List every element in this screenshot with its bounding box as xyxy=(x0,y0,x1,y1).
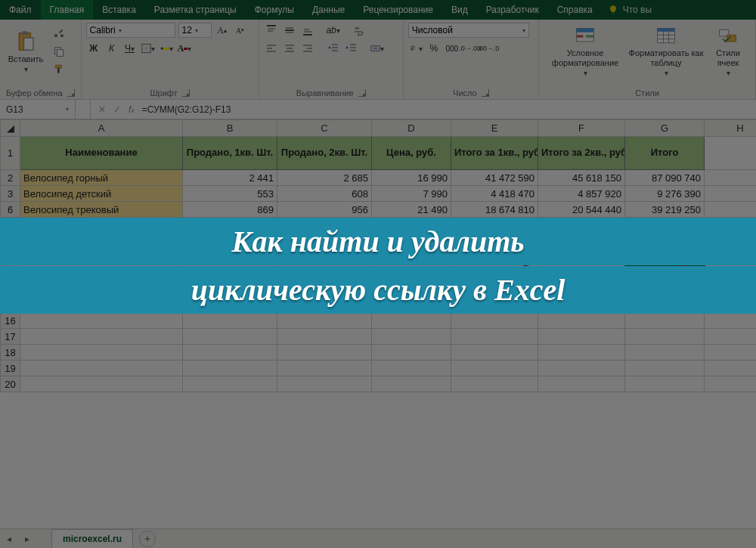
cell[interactable] xyxy=(538,329,625,345)
cell[interactable]: Велосипед детский xyxy=(20,186,183,202)
wrap-text-button[interactable]: ab xyxy=(352,23,367,38)
font-size-select[interactable]: 12▾ xyxy=(178,23,212,38)
align-launcher[interactable] xyxy=(358,89,366,97)
cell[interactable] xyxy=(20,329,183,345)
comma-button[interactable]: 000 xyxy=(445,41,460,56)
cell[interactable]: 20 544 440 xyxy=(538,202,625,218)
colhdr-D[interactable]: D xyxy=(372,120,451,137)
cell[interactable] xyxy=(372,361,451,376)
menu-pagelayout[interactable]: Разметка страницы xyxy=(145,0,246,20)
menu-home[interactable]: Главная xyxy=(41,0,94,20)
cell[interactable] xyxy=(372,329,451,345)
colhdr-E[interactable]: E xyxy=(451,120,538,137)
menu-data[interactable]: Данные xyxy=(303,0,354,20)
rowhdr[interactable]: 1 xyxy=(1,137,20,170)
cell[interactable] xyxy=(705,186,757,202)
cell[interactable]: 39 219 250 xyxy=(625,202,705,218)
cell[interactable]: 4 857 920 xyxy=(538,186,625,202)
header-cell[interactable]: Итого xyxy=(625,137,705,170)
cell[interactable] xyxy=(183,345,277,361)
cell[interactable] xyxy=(277,376,372,392)
underline-button[interactable]: Ч ▾ xyxy=(122,41,138,56)
cell[interactable] xyxy=(625,345,705,361)
cell[interactable] xyxy=(277,313,372,329)
align-bot-button[interactable] xyxy=(300,23,315,38)
cell[interactable] xyxy=(20,313,183,329)
cell[interactable] xyxy=(705,170,757,186)
cell[interactable] xyxy=(705,376,757,392)
cell[interactable] xyxy=(538,376,625,392)
cell[interactable] xyxy=(277,361,372,376)
cell[interactable]: 2 685 xyxy=(277,170,372,186)
cell[interactable] xyxy=(705,313,757,329)
menu-dev[interactable]: Разработчик xyxy=(477,0,548,20)
formula-input[interactable]: =СУММ(G2:G12)-F13 xyxy=(142,104,231,115)
font-name-select[interactable]: Calibri▾ xyxy=(86,23,175,38)
percent-button[interactable]: % xyxy=(426,41,442,56)
dedent-button[interactable] xyxy=(326,41,341,56)
cell[interactable] xyxy=(538,361,625,376)
menu-review[interactable]: Рецензирование xyxy=(354,0,442,20)
tab-nav-next[interactable]: ▸ xyxy=(18,534,36,544)
cell[interactable]: 608 xyxy=(277,186,372,202)
menu-formulas[interactable]: Формулы xyxy=(246,0,303,20)
accept-formula-icon[interactable]: ✓ xyxy=(113,104,121,115)
font-launcher[interactable] xyxy=(182,89,190,97)
cell[interactable] xyxy=(538,313,625,329)
sheet-tab[interactable]: microexcel.ru xyxy=(51,529,133,548)
tab-nav-prev[interactable]: ◂ xyxy=(0,534,18,544)
cell[interactable] xyxy=(372,313,451,329)
accounting-button[interactable]: ₽▾ xyxy=(408,41,423,56)
cell[interactable] xyxy=(451,329,538,345)
cell[interactable] xyxy=(20,361,183,376)
cell[interactable] xyxy=(625,376,705,392)
cell[interactable] xyxy=(705,137,757,170)
cell[interactable] xyxy=(538,345,625,361)
cell[interactable] xyxy=(372,376,451,392)
cell[interactable]: 41 472 590 xyxy=(451,170,538,186)
cell[interactable]: Велосипед трековый xyxy=(20,202,183,218)
rowhdr[interactable]: 20 xyxy=(1,376,20,392)
name-box[interactable]: G13▾ xyxy=(0,100,76,119)
cell[interactable] xyxy=(183,361,277,376)
header-cell[interactable]: Наименование xyxy=(20,137,183,170)
rowhdr[interactable]: 19 xyxy=(1,361,20,376)
rowhdr[interactable]: 3 xyxy=(1,186,20,202)
cell[interactable] xyxy=(451,376,538,392)
cell-styles-button[interactable]: Стили ячеек▾ xyxy=(705,23,751,80)
cell[interactable] xyxy=(20,345,183,361)
orientation-button[interactable]: ab▾ xyxy=(326,23,341,38)
cell[interactable]: 87 090 740 xyxy=(625,170,705,186)
cell[interactable]: 553 xyxy=(183,186,277,202)
incr-font-button[interactable]: A▴ xyxy=(215,23,230,38)
cell[interactable]: 18 674 810 xyxy=(451,202,538,218)
rowhdr[interactable]: 6 xyxy=(1,202,20,218)
fill-button[interactable]: ▾ xyxy=(159,41,174,56)
rowhdr[interactable]: 17 xyxy=(1,329,20,345)
cut-button[interactable] xyxy=(51,26,67,41)
align-center-button[interactable] xyxy=(282,41,297,56)
menu-help[interactable]: Справка xyxy=(548,0,602,20)
cell[interactable] xyxy=(277,345,372,361)
rowhdr[interactable]: 18 xyxy=(1,345,20,361)
border-button[interactable]: ▾ xyxy=(141,41,156,56)
cell[interactable] xyxy=(705,361,757,376)
add-sheet-button[interactable]: ＋ xyxy=(139,531,156,547)
cell[interactable]: 16 990 xyxy=(372,170,451,186)
fx-icon[interactable]: fx xyxy=(129,104,135,115)
cell[interactable] xyxy=(451,361,538,376)
header-cell[interactable]: Итого за 1кв., руб. xyxy=(451,137,538,170)
cell[interactable]: Велосипед горный xyxy=(20,170,183,186)
indent-button[interactable] xyxy=(344,41,359,56)
decr-dec-button[interactable]: .00→.0 xyxy=(481,41,496,56)
colhdr-F[interactable]: F xyxy=(538,120,625,137)
colhdr-B[interactable]: B xyxy=(183,120,277,137)
format-as-table-button[interactable]: Форматировать как таблицу▾ xyxy=(627,23,705,80)
cell[interactable]: 2 441 xyxy=(183,170,277,186)
cell[interactable]: 7 990 xyxy=(372,186,451,202)
align-top-button[interactable] xyxy=(264,23,279,38)
cancel-formula-icon[interactable]: ✕ xyxy=(98,104,106,115)
align-mid-button[interactable] xyxy=(282,23,297,38)
cell[interactable] xyxy=(183,313,277,329)
cell[interactable]: 9 276 390 xyxy=(625,186,705,202)
